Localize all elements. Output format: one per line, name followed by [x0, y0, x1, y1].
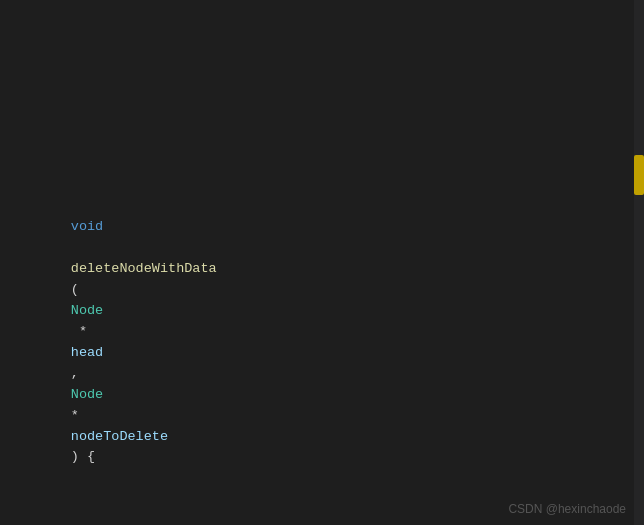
token-fn: deleteNodeWithData — [71, 261, 217, 276]
watermark: CSDN @hexinchaode — [508, 500, 626, 519]
token-head1: head — [71, 345, 103, 360]
scrollbar[interactable] — [634, 0, 644, 525]
code-container: void deleteNodeWithData ( Node * head , … — [0, 0, 644, 525]
token-void: void — [71, 219, 103, 234]
scrollbar-thumb[interactable] — [634, 155, 644, 195]
token-node2: Node — [71, 387, 103, 402]
line-2: void deleteNodeWithData ( Node * head , … — [0, 196, 644, 489]
token-node1: Node — [71, 303, 103, 318]
code-area: void deleteNodeWithData ( Node * head , … — [0, 0, 644, 525]
line-1 — [0, 92, 644, 113]
token-nodetodelete1: nodeToDelete — [71, 429, 168, 444]
